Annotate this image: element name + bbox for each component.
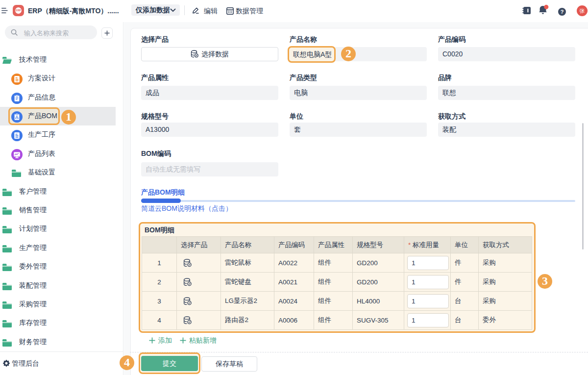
svg-text:?: ? — [561, 9, 564, 15]
